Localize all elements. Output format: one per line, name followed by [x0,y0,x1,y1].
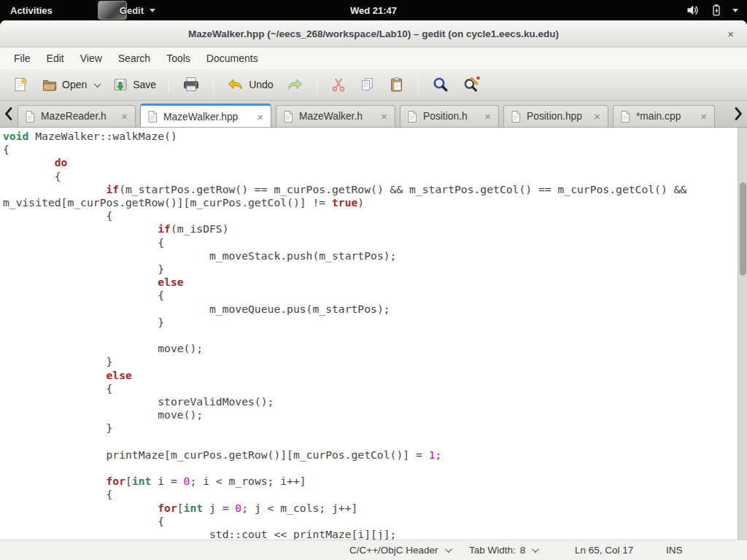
tab-width-label: Tab Width: [469,545,516,556]
status-bar: C/C++/ObjC Header Tab Width: 8 Ln 65, Co… [0,540,747,560]
menu-search[interactable]: Search [110,50,158,67]
document-icon [282,110,294,123]
code-line: m_moveStack.push(m_startPos); [3,249,737,262]
tab-mazewalker-hpp[interactable]: MazeWalker.hpp × [140,104,271,127]
menu-view[interactable]: View [72,50,110,67]
tab-label: *main.cpp [636,111,692,122]
code-line: std::cout << printMaze[i][j]; [3,528,737,540]
save-button[interactable]: Save [107,73,160,96]
editor-area: void MazeWalker::walkMaze(){ do { if(m_s… [0,128,747,540]
tab-position-h[interactable]: Position.h × [400,105,499,127]
document-icon [406,110,418,123]
code-line: void MazeWalker::walkMaze() [3,130,737,143]
document-icon [619,110,631,123]
code-line: move(); [3,342,737,355]
printer-icon [182,75,201,94]
tab-close-icon[interactable]: × [592,110,602,122]
menu-bar: File Edit View Search Tools Documents [0,47,747,69]
menu-tools[interactable]: Tools [158,50,198,67]
new-document-button[interactable] [7,73,34,96]
chevron-down-icon [445,545,452,553]
open-label: Open [62,79,87,90]
search-replace-icon [462,75,482,94]
scissors-icon [330,76,347,93]
tab-strip: MazeReader.h × MazeWalker.hpp × MazeWalk… [18,104,729,127]
code-line: move(); [3,408,737,421]
tab-position-hpp[interactable]: Position.hpp × [503,105,608,127]
undo-arrow-icon [226,76,245,93]
tabs-scroll-left-button[interactable] [0,101,18,127]
code-line: { [3,170,737,183]
menu-documents[interactable]: Documents [198,50,266,67]
undo-button[interactable]: Undo [222,73,277,96]
window-titlebar[interactable]: MazeWalker.hpp (~/eecs_268/workspace/Lab… [0,20,747,47]
app-menu-button[interactable]: Gedit [98,0,155,20]
cut-button[interactable] [325,73,352,96]
tab-label: MazeWalker.h [299,111,372,122]
tab-bar: MazeReader.h × MazeWalker.hpp × MazeWalk… [0,101,747,128]
language-selector[interactable]: C/C++/ObjC Header [349,540,450,560]
tab-close-icon[interactable]: × [379,110,389,122]
undo-label: Undo [249,79,273,90]
tab-mazewalker-h[interactable]: MazeWalker.h × [276,105,395,127]
tab-close-icon[interactable]: × [699,110,708,122]
code-editor[interactable]: void MazeWalker::walkMaze(){ do { if(m_s… [3,130,737,540]
copy-icon [359,76,376,93]
tab-mazereader-h[interactable]: MazeReader.h × [18,105,136,127]
menu-edit[interactable]: Edit [39,50,72,67]
chevron-down-icon [94,80,101,88]
code-line: { [3,488,737,501]
activities-button[interactable]: Activities [0,0,63,20]
new-document-icon [12,76,29,93]
app-menu-label: Gedit [120,5,144,16]
document-icon [24,110,36,123]
redo-arrow-icon [285,76,304,93]
code-line: } [3,316,737,329]
paste-clipboard-icon [388,76,406,93]
tab-close-icon[interactable]: × [255,111,265,123]
tab-main-cpp[interactable]: *main.cpp × [613,105,715,127]
find-replace-button[interactable] [457,72,487,97]
code-line: else [3,276,737,289]
chevron-down-icon [532,545,539,553]
tab-close-icon[interactable]: × [120,110,129,122]
tab-label: Position.hpp [527,111,585,122]
window-close-button[interactable]: × [723,20,738,47]
toolbar: Open Save Undo [0,69,747,101]
find-button[interactable] [427,72,454,97]
code-line [3,329,737,342]
vertical-scrollbar[interactable] [738,128,747,540]
document-icon [147,110,158,123]
volume-icon [686,3,700,18]
window-title: MazeWalker.hpp (~/eecs_268/workspace/Lab… [188,28,559,39]
tab-label: MazeWalker.hpp [163,112,248,122]
code-line: { [3,209,737,222]
insert-mode-indicator: INS [666,540,683,560]
paste-button[interactable] [384,73,410,96]
cursor-position: Ln 65, Col 17 [575,540,633,560]
system-status-area[interactable] [686,0,747,20]
language-label: C/C++/ObjC Header [349,545,438,556]
copy-button[interactable] [355,73,381,96]
code-line: m_moveQueue.pus(m_startPos); [3,303,737,316]
toolbar-separator [317,75,317,94]
cursor-position-label: Ln 65, Col 17 [575,545,633,556]
search-icon [431,75,450,94]
chevron-down-icon [150,9,155,12]
tab-close-icon[interactable]: × [483,110,492,122]
battery-charging-icon [710,3,723,18]
tab-width-value: 8 [520,545,526,556]
document-icon [510,110,522,123]
redo-button[interactable] [281,73,309,96]
tabs-scroll-right-button[interactable] [729,101,747,127]
print-button[interactable] [177,72,205,97]
code-line: storeValidMoves(); [3,395,737,408]
code-line: if(m_isDFS) [3,222,737,236]
scrollbar-thumb[interactable] [740,182,746,276]
code-line: { [3,143,737,156]
tab-label: MazeReader.h [41,111,112,122]
menu-file[interactable]: File [6,50,39,67]
code-line: { [3,289,737,302]
tab-width-selector[interactable]: Tab Width: 8 [469,540,537,560]
open-button[interactable]: Open [36,73,104,96]
